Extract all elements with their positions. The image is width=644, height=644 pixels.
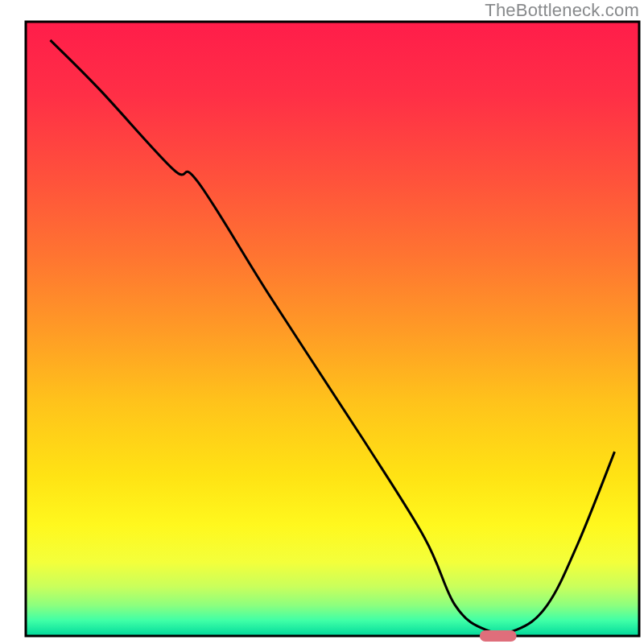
chart-container: TheBottleneck.com [0,0,644,644]
bottleneck-chart [0,0,644,644]
watermark-text: TheBottleneck.com [485,0,639,21]
optimal-marker [480,630,517,642]
gradient-background [26,22,639,636]
plot-area [26,22,639,642]
